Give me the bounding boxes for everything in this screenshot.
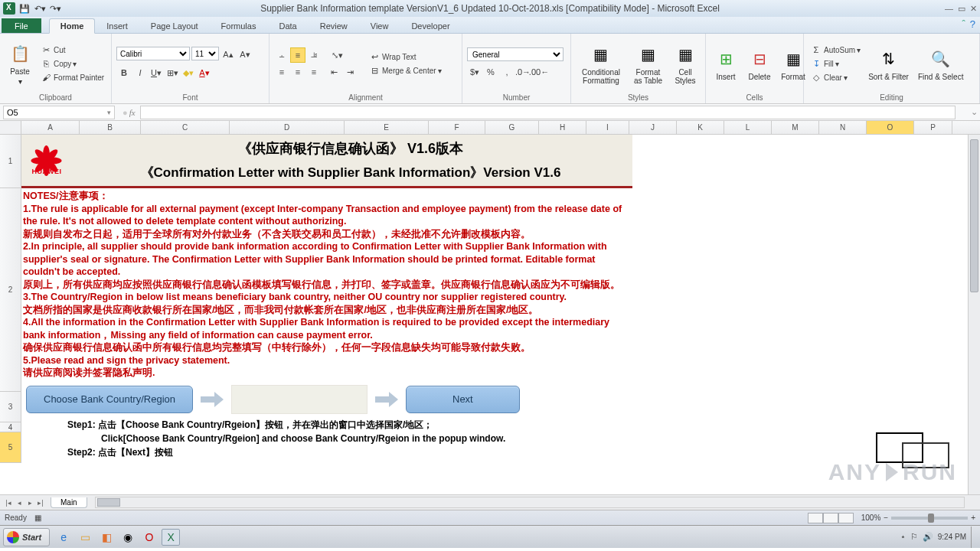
taskbar-excel-icon[interactable]: X [162,529,180,546]
fx-icon[interactable]: fx [129,108,136,117]
autosum-button[interactable]: ΣAutoSum ▾ [808,44,862,56]
sort-filter-button[interactable]: ⇅Sort & Filter [865,35,912,92]
cells-area[interactable]: HUAWEI 《供应商银行信息确认函》 V1.6版本 《Confirmation… [21,135,980,494]
minimize-ribbon-icon[interactable]: ˆ [962,18,965,30]
row-header-4[interactable]: 4 [0,422,21,432]
tab-page-layout[interactable]: Page Layout [139,18,210,33]
name-box[interactable]: O5▾ [3,106,115,119]
grow-font-button[interactable]: A▴ [220,47,236,62]
align-left-button[interactable]: ≡ [274,64,289,80]
sheet-prev-icon[interactable]: ◂ [14,499,24,507]
close-icon[interactable]: ✕ [970,4,977,14]
taskbar-explorer-icon[interactable]: ▭ [76,529,94,546]
sheet-last-icon[interactable]: ▸| [35,499,46,507]
row-header-2[interactable]: 2 [0,188,21,392]
tray-flag-icon[interactable]: ⚐ [910,532,918,542]
col-header-O[interactable]: O [867,121,914,134]
tray-show-hidden-icon[interactable]: ⋆ [900,532,906,542]
horizontal-scrollbar[interactable] [95,497,965,508]
taskbar-opera-icon[interactable]: O [140,529,158,546]
font-color-button[interactable]: A▾ [197,65,212,80]
copy-button[interactable]: ⎘Copy ▾ [38,57,106,70]
col-header-P[interactable]: P [914,121,952,134]
scrollbar-thumb[interactable] [97,498,120,507]
align-middle-button[interactable]: ≡ [290,47,305,63]
bold-button[interactable]: B [116,65,132,80]
tab-view[interactable]: View [359,18,400,33]
format-as-table-button[interactable]: ▦Format as Table [629,35,667,92]
start-button[interactable]: Start [3,528,50,546]
col-header-F[interactable]: F [429,121,485,134]
align-top-button[interactable]: ⫠ [274,47,289,63]
scrollbar-thumb[interactable] [970,139,978,292]
tab-file[interactable]: File [2,18,41,33]
col-header-I[interactable]: I [586,121,629,134]
cell-styles-button[interactable]: ▦Cell Styles [670,35,701,92]
tab-data[interactable]: Data [267,18,308,33]
zoom-knob[interactable] [928,514,934,523]
col-header-C[interactable]: C [141,121,230,134]
col-header-M[interactable]: M [772,121,819,134]
insert-cells-button[interactable]: ⊞Insert [710,35,741,92]
minimize-icon[interactable]: — [945,4,953,14]
save-icon[interactable]: 💾 [18,2,31,15]
tab-review[interactable]: Review [309,18,359,33]
macro-record-icon[interactable]: ▦ [34,514,41,522]
next-button[interactable]: Next [406,386,520,413]
align-right-button[interactable]: ≡ [306,64,322,80]
tab-insert[interactable]: Insert [95,18,139,33]
help-icon[interactable]: ? [970,18,975,30]
decrease-indent-button[interactable]: ⇤ [326,64,341,80]
decrease-decimal-button[interactable]: .00← [531,64,547,80]
merge-center-button[interactable]: ⊟Merge & Center ▾ [367,64,443,77]
col-header-N[interactable]: N [819,121,867,134]
col-header-D[interactable]: D [230,121,345,134]
zoom-in-button[interactable]: + [971,514,975,522]
page-layout-view-button[interactable] [823,513,838,523]
select-all-corner[interactable] [0,121,21,134]
format-painter-button[interactable]: 🖌Format Painter [38,71,106,83]
font-name-select[interactable]: Calibri [116,47,190,60]
comma-button[interactable]: , [499,64,514,80]
formula-input[interactable] [140,106,956,119]
row-header-1[interactable]: 1 [0,135,21,188]
vertical-scrollbar[interactable] [968,135,980,494]
fill-color-button[interactable]: ◆▾ [181,65,196,80]
spreadsheet-grid[interactable]: ABCDEFGHIJKLMNOP 12345 HUAWEI 《供应商银行信息确认… [0,121,980,494]
zoom-level[interactable]: 100% [861,514,881,522]
redo-icon[interactable]: ↷▾ [49,2,61,15]
sheet-tab-main[interactable]: Main [51,497,87,508]
font-size-select[interactable]: 11 [191,47,219,60]
expand-formula-icon[interactable]: ⌄ [968,107,980,117]
find-select-button[interactable]: 🔍Find & Select [915,35,966,92]
accounting-format-button[interactable]: $▾ [467,64,482,80]
sheet-next-icon[interactable]: ▸ [24,499,35,507]
choose-country-button[interactable]: Choose Bank Country/Region [26,386,193,413]
shrink-font-button[interactable]: A▾ [237,47,253,62]
tab-home[interactable]: Home [49,18,96,34]
show-desktop-button[interactable] [971,527,977,548]
normal-view-button[interactable] [808,513,823,523]
orientation-button[interactable]: ⤡▾ [329,47,345,63]
col-header-B[interactable]: B [80,121,141,134]
row-header-3[interactable]: 3 [0,392,21,422]
undo-icon[interactable]: ↶▾ [34,2,46,15]
col-header-J[interactable]: J [629,121,677,134]
col-header-L[interactable]: L [724,121,772,134]
percent-button[interactable]: % [483,64,498,80]
number-format-select[interactable]: General [467,47,564,61]
tray-clock[interactable]: 9:24 PM [938,533,966,541]
page-break-view-button[interactable] [838,513,854,523]
taskbar-chrome-icon[interactable]: ◉ [119,529,137,546]
increase-indent-button[interactable]: ⇥ [342,64,358,80]
align-bottom-button[interactable]: ⫡ [306,47,322,63]
paste-button[interactable]: 📋 Paste ▾ [5,35,35,92]
tab-developer[interactable]: Developer [400,18,461,33]
col-header-A[interactable]: A [21,121,80,134]
sheet-first-icon[interactable]: |◂ [3,499,14,507]
cut-button[interactable]: ✂Cut [38,44,106,56]
col-header-K[interactable]: K [677,121,724,134]
border-button[interactable]: ⊞▾ [165,65,180,80]
chevron-down-icon[interactable]: ▾ [107,109,111,116]
tab-formulas[interactable]: Formulas [210,18,268,33]
